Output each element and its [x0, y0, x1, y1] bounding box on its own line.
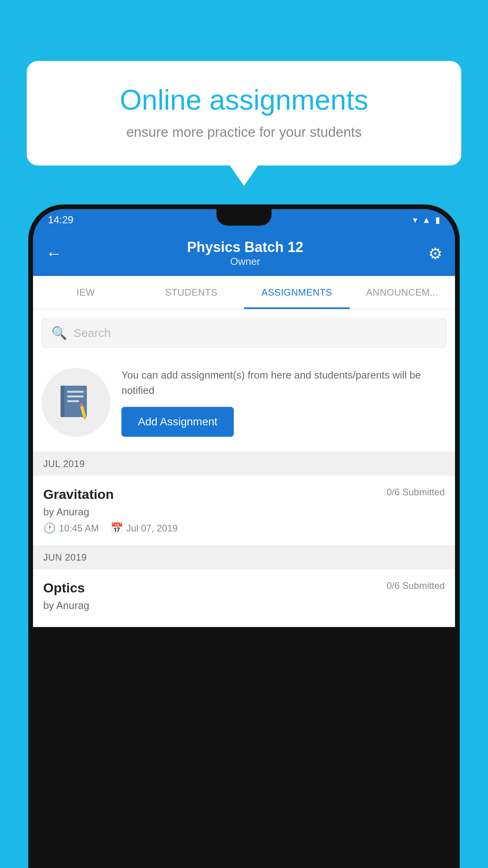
tab-announcements[interactable]: ANNOUNCEM... [350, 276, 455, 309]
assignment-by-gravitation: by Anurag [43, 506, 445, 518]
clock-icon: 🕐 [43, 522, 56, 534]
wifi-icon: ▾ [413, 215, 417, 225]
notebook-icon [59, 384, 93, 421]
settings-button[interactable]: ⚙ [428, 245, 442, 263]
app-bar-center: Physics Batch 12 Owner [187, 239, 303, 268]
tabs-bar: IEW STUDENTS ASSIGNMENTS ANNOUNCEM... [33, 276, 455, 309]
assignment-promo: You can add assignment(s) from here and … [33, 357, 455, 452]
svg-rect-4 [67, 400, 79, 402]
calendar-icon: 📅 [110, 522, 123, 534]
search-icon: 🔍 [51, 326, 67, 340]
app-bar: ← Physics Batch 12 Owner ⚙ [33, 231, 455, 276]
assignment-meta-gravitation: 🕐 10:45 AM 📅 Jul 07, 2019 [43, 522, 445, 534]
battery-icon: ▮ [435, 215, 440, 225]
add-assignment-button[interactable]: Add Assignment [121, 407, 234, 437]
assignment-submitted-gravitation: 0/6 Submitted [387, 487, 445, 498]
speech-bubble: Online assignments ensure more practice … [27, 61, 461, 166]
notch [216, 209, 272, 226]
status-bar: 14:29 ▾ ▲ ▮ [33, 209, 455, 231]
assignment-by-optics: by Anurag [43, 600, 445, 612]
svg-rect-1 [61, 386, 64, 417]
status-icons: ▾ ▲ ▮ [413, 215, 440, 225]
assignment-row1: Gravitation 0/6 Submitted [43, 487, 445, 502]
time-meta: 🕐 10:45 AM [43, 522, 99, 534]
promo-text: You can add assignment(s) from here and … [121, 368, 446, 437]
bubble-subtitle: ensure more practice for your students [54, 124, 434, 140]
assignment-date: Jul 07, 2019 [126, 523, 178, 534]
speech-bubble-container: Online assignments ensure more practice … [27, 61, 461, 166]
assignment-item-optics[interactable]: Optics 0/6 Submitted by Anurag [33, 569, 455, 627]
svg-rect-3 [67, 395, 84, 397]
app-bar-subtitle: Owner [187, 256, 303, 268]
bubble-title: Online assignments [54, 85, 434, 116]
assignment-name-gravitation: Gravitation [43, 487, 114, 502]
date-meta: 📅 Jul 07, 2019 [110, 522, 178, 534]
search-bar[interactable]: 🔍 Search [42, 318, 446, 348]
section-header-jun: JUN 2019 [33, 546, 455, 569]
screen-content: 🔍 Search [33, 309, 455, 627]
search-placeholder: Search [73, 326, 111, 340]
assignment-name-optics: Optics [43, 580, 85, 596]
assignment-time: 10:45 AM [59, 523, 99, 534]
tab-students[interactable]: STUDENTS [139, 276, 244, 309]
phone-inner: 14:29 ▾ ▲ ▮ ← Physics Batch 12 Owner ⚙ I… [33, 209, 455, 868]
svg-rect-2 [67, 391, 84, 393]
status-time: 14:29 [48, 214, 73, 226]
tab-iew[interactable]: IEW [33, 276, 139, 309]
signal-icon: ▲ [422, 215, 431, 225]
back-button[interactable]: ← [46, 244, 62, 263]
assignment-item-gravitation[interactable]: Gravitation 0/6 Submitted by Anurag 🕐 10… [33, 476, 455, 546]
section-header-jul: JUL 2019 [33, 452, 455, 476]
promo-icon-circle [42, 368, 110, 437]
promo-description: You can add assignment(s) from here and … [121, 368, 446, 398]
assignment-row1-optics: Optics 0/6 Submitted [43, 580, 445, 596]
assignment-submitted-optics: 0/6 Submitted [387, 580, 445, 591]
app-bar-title: Physics Batch 12 [187, 239, 303, 256]
phone-frame: 14:29 ▾ ▲ ▮ ← Physics Batch 12 Owner ⚙ I… [28, 204, 460, 868]
tab-assignments[interactable]: ASSIGNMENTS [244, 276, 350, 309]
